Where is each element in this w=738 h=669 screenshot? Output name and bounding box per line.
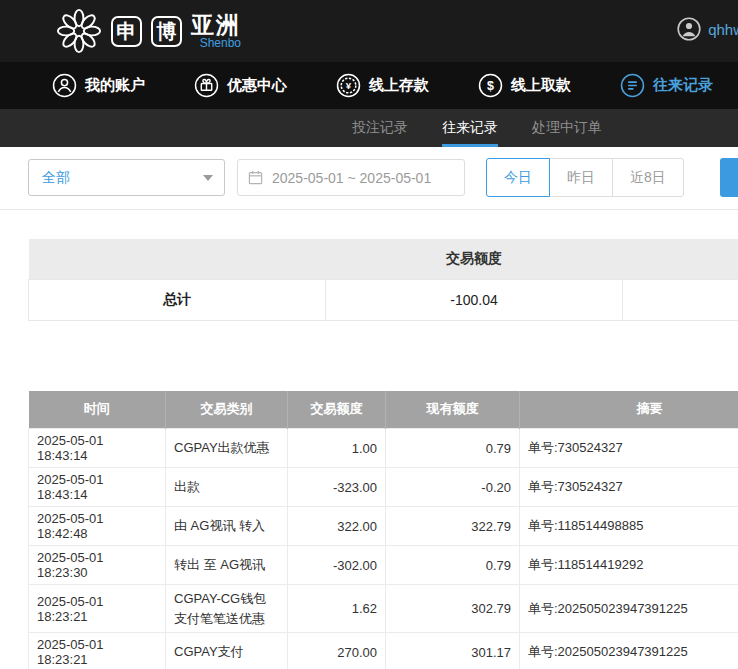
cell-amount: 270.00 bbox=[288, 633, 386, 669]
cell-amount: 1.62 bbox=[288, 585, 386, 633]
summary-section: 交易额度 总计 -100.04 bbox=[28, 239, 738, 321]
brand-region-label: 亚洲 bbox=[191, 13, 241, 37]
tab-betting-records[interactable]: 投注记录 bbox=[352, 109, 408, 147]
cell-balance: 0.79 bbox=[386, 546, 520, 585]
summary-header-empty bbox=[623, 239, 738, 279]
cell-memo: 单号:730524327 bbox=[520, 429, 738, 468]
lotus-flower-icon bbox=[56, 8, 102, 54]
brand-char-bo: 博 bbox=[151, 16, 182, 47]
table-row: 2025-05-01 18:43:14 CGPAY出款优惠 1.00 0.79 … bbox=[29, 429, 738, 468]
records-subnav: 投注记录 往来记录 处理中订单 bbox=[0, 109, 738, 147]
summary-total-row: 总计 -100.04 bbox=[29, 279, 738, 320]
summary-total-value: -100.04 bbox=[326, 279, 623, 320]
nav-item-label: 往来记录 bbox=[653, 76, 713, 95]
cell-amount: 322.00 bbox=[288, 507, 386, 546]
cell-time: 2025-05-01 18:23:21 bbox=[29, 633, 166, 669]
cell-balance: 0.79 bbox=[386, 429, 520, 468]
column-header-type: 交易类别 bbox=[166, 391, 288, 429]
brand-subtitle: Shenbo bbox=[200, 37, 241, 50]
nav-item-withdraw[interactable]: $ 线上取款 bbox=[478, 73, 571, 98]
column-header-amount: 交易额度 bbox=[288, 391, 386, 429]
svg-text:¥: ¥ bbox=[346, 80, 352, 91]
nav-item-label: 我的账户 bbox=[85, 76, 145, 95]
cell-memo: 单号:730524327 bbox=[520, 468, 738, 507]
table-row: 2025-05-01 18:23:30 转出 至 AG视讯 -302.00 0.… bbox=[29, 546, 738, 585]
cell-type: 由 AG视讯 转入 bbox=[166, 507, 288, 546]
records-table: 时间 交易类别 交易额度 现有额度 摘要 2025-05-01 18:43:14… bbox=[28, 391, 738, 669]
cell-balance: 302.79 bbox=[386, 585, 520, 633]
main-navigation: 我的账户 优惠中心 ¥ 线上存款 $ 线上取款 往来记录 bbox=[0, 62, 738, 109]
table-row: 2025-05-01 18:43:14 出款 -323.00 -0.20 单号:… bbox=[29, 468, 738, 507]
cell-time: 2025-05-01 18:23:21 bbox=[29, 585, 166, 633]
today-button[interactable]: 今日 bbox=[486, 158, 550, 197]
top-header: 申 博 亚洲 Shenbo qhhw bbox=[0, 0, 738, 62]
brand-logo[interactable]: 申 博 亚洲 Shenbo bbox=[56, 8, 241, 54]
summary-total-label: 总计 bbox=[29, 279, 326, 320]
filter-bar: 全部 2025-05-01 ~ 2025-05-01 今日 昨日 近8日 bbox=[0, 147, 738, 210]
table-row: 2025-05-01 18:23:21 CGPAY-CG钱包支付笔笔送优惠 1.… bbox=[29, 585, 738, 633]
withdraw-icon: $ bbox=[478, 73, 503, 98]
cell-time: 2025-05-01 18:23:30 bbox=[29, 546, 166, 585]
cell-time: 2025-05-01 18:42:48 bbox=[29, 507, 166, 546]
nav-item-label: 线上存款 bbox=[369, 76, 429, 95]
chevron-down-icon bbox=[203, 175, 213, 181]
deposit-icon: ¥ bbox=[336, 73, 361, 98]
cell-balance: 322.79 bbox=[386, 507, 520, 546]
records-header-row: 时间 交易类别 交易额度 现有额度 摘要 bbox=[29, 391, 738, 429]
cell-memo: 单号:118514498885 bbox=[520, 507, 738, 546]
cell-time: 2025-05-01 18:43:14 bbox=[29, 429, 166, 468]
summary-header-row: 交易额度 bbox=[29, 239, 738, 279]
table-row: 2025-05-01 18:23:21 CGPAY支付 270.00 301.1… bbox=[29, 633, 738, 669]
table-row: 2025-05-01 18:42:48 由 AG视讯 转入 322.00 322… bbox=[29, 507, 738, 546]
tab-transaction-records[interactable]: 往来记录 bbox=[442, 109, 498, 147]
type-select-value: 全部 bbox=[42, 169, 70, 187]
nav-item-label: 线上取款 bbox=[511, 76, 571, 95]
avatar-icon bbox=[677, 17, 701, 41]
date-range-value: 2025-05-01 ~ 2025-05-01 bbox=[272, 170, 431, 186]
nav-item-label: 优惠中心 bbox=[227, 76, 287, 95]
cell-balance: 301.17 bbox=[386, 633, 520, 669]
cell-memo: 单号:202505023947391225 bbox=[520, 633, 738, 669]
brand-char-shen: 申 bbox=[111, 16, 142, 47]
column-header-memo: 摘要 bbox=[520, 391, 738, 429]
column-header-time: 时间 bbox=[29, 391, 166, 429]
cell-amount: -302.00 bbox=[288, 546, 386, 585]
records-section: 时间 交易类别 交易额度 现有额度 摘要 2025-05-01 18:43:14… bbox=[28, 391, 738, 669]
svg-text:$: $ bbox=[487, 79, 494, 93]
cell-amount: -323.00 bbox=[288, 468, 386, 507]
nav-item-my-account[interactable]: 我的账户 bbox=[52, 73, 145, 98]
date-range-input[interactable]: 2025-05-01 ~ 2025-05-01 bbox=[237, 159, 465, 196]
cell-type: CGPAY出款优惠 bbox=[166, 429, 288, 468]
cell-amount: 1.00 bbox=[288, 429, 386, 468]
cell-type: 转出 至 AG视讯 bbox=[166, 546, 288, 585]
records-icon bbox=[620, 73, 645, 98]
cell-balance: -0.20 bbox=[386, 468, 520, 507]
nav-item-deposit[interactable]: ¥ 线上存款 bbox=[336, 73, 429, 98]
summary-header-amount: 交易额度 bbox=[326, 239, 623, 279]
user-account[interactable]: qhhw bbox=[677, 17, 738, 41]
summary-empty-cell bbox=[623, 279, 738, 320]
summary-header-empty bbox=[29, 239, 326, 279]
username-label: qhhw bbox=[708, 21, 738, 38]
cell-type: CGPAY支付 bbox=[166, 633, 288, 669]
promo-icon bbox=[194, 73, 219, 98]
cell-type: 出款 bbox=[166, 468, 288, 507]
cell-type: CGPAY-CG钱包支付笔笔送优惠 bbox=[166, 585, 288, 633]
calendar-icon bbox=[248, 170, 263, 185]
type-select[interactable]: 全部 bbox=[28, 159, 225, 196]
cell-time: 2025-05-01 18:43:14 bbox=[29, 468, 166, 507]
column-header-balance: 现有额度 bbox=[386, 391, 520, 429]
yesterday-button[interactable]: 昨日 bbox=[549, 158, 613, 197]
account-icon bbox=[52, 73, 77, 98]
nav-item-promotions[interactable]: 优惠中心 bbox=[194, 73, 287, 98]
cell-memo: 单号:202505023947391225 bbox=[520, 585, 738, 633]
last-8-days-button[interactable]: 近8日 bbox=[612, 158, 684, 197]
summary-table: 交易额度 总计 -100.04 bbox=[28, 239, 738, 321]
cell-memo: 单号:118514419292 bbox=[520, 546, 738, 585]
quick-date-buttons: 今日 昨日 近8日 bbox=[487, 158, 684, 197]
search-button[interactable] bbox=[720, 158, 738, 197]
nav-item-transactions[interactable]: 往来记录 bbox=[620, 73, 713, 98]
tab-pending-orders[interactable]: 处理中订单 bbox=[532, 109, 602, 147]
